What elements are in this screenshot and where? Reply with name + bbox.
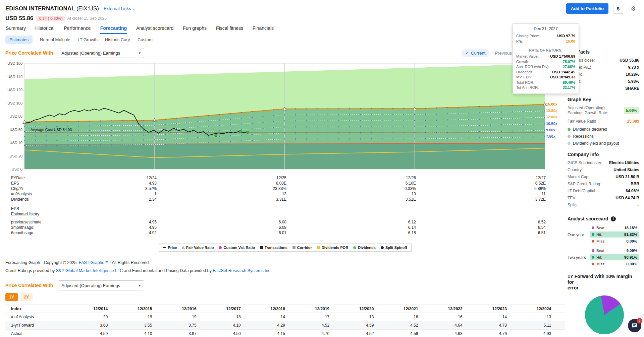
settings-gear-icon[interactable]: ⚙ [628, 4, 639, 14]
cell-value: 20 [63, 315, 108, 319]
cell-value: 4.52 [329, 331, 374, 336]
subtab-lt-growth[interactable]: LT Growth [77, 36, 97, 44]
cell-value: 3.72E [416, 197, 546, 202]
estimate-row-eps: EPS4.936.08E6.10E6.52E [5, 181, 565, 186]
cell-value: 3.57% [61, 186, 157, 191]
analyst-scorecard-section: Analyst scorecardi One yearBeat:18.18%Hi… [568, 216, 639, 268]
cell-value: 6.08 [157, 225, 286, 230]
currency-button[interactable]: $ [613, 4, 623, 14]
fact-value: BBB [631, 182, 639, 186]
tab-fun-graphs[interactable]: Fun graphs [182, 24, 207, 34]
chart-tooltip: Dec 31, 2027 Closing Price:USD 97.79P/E:… [513, 23, 579, 94]
current-price: USD 55.86 [5, 15, 33, 22]
tab-financials[interactable]: Financials [252, 24, 274, 34]
cell-value: 6.01 [157, 230, 286, 235]
earnings-metric-dropdown-2[interactable]: Adjusted (Operating) Earnings▾ [58, 280, 144, 290]
cell-value: 2.34 [61, 197, 157, 202]
tooltip-row-dividends: Dividends:USD 1'442.45 [516, 70, 575, 75]
dividends-declared-dot-icon [568, 128, 571, 131]
chat-icon [631, 322, 638, 329]
tab-performance[interactable]: Performance [63, 24, 91, 34]
cell-value: 14 [241, 315, 285, 319]
previous-toggle[interactable]: Previous [492, 49, 515, 57]
miss-dot-icon [592, 263, 594, 265]
cell-value: 4.52 [285, 323, 329, 328]
one-year-toggle[interactable]: 1Y [5, 293, 18, 301]
year-header: 12/2019 [285, 307, 329, 311]
company-info-row: Country:United States [568, 167, 639, 172]
two-year-toggle[interactable]: 2Y [20, 293, 33, 301]
cell-value: 6.08E [157, 181, 286, 186]
forecasting-chart[interactable]: 15.00x13.50x12.00x10.50x9.00x7.50xUSD 16… [5, 59, 565, 173]
year-header: 12/2017 [197, 307, 241, 311]
svg-text:USD 120: USD 120 [7, 88, 22, 92]
cell-value: 17 [285, 315, 329, 319]
subtab-normal-multiple[interactable]: Normal Multiple [40, 36, 70, 44]
dividends-por-icon [317, 246, 320, 249]
subtab-historic-cagr[interactable]: Historic Cagr [105, 36, 130, 44]
splits-link[interactable]: Splits: ⌄ [568, 203, 639, 207]
history-row-6monthsago: 6monthsago:4.926.016.186.51 [5, 230, 565, 235]
group-label: One year [568, 232, 590, 237]
graph-key-dividends-declared: Dividends declared [568, 127, 639, 132]
current-toggle[interactable]: ✓Current [462, 49, 489, 57]
tab-historical[interactable]: Historical [35, 24, 55, 34]
tab-summary[interactable]: Summary [5, 24, 26, 34]
price-icon [163, 247, 166, 248]
chat-button[interactable]: 2 [628, 319, 641, 332]
year-header: 12/2022 [418, 307, 463, 311]
info-icon[interactable]: i [611, 216, 616, 221]
tooltip-row-total-ror: Total ROR:89.49% [516, 80, 575, 85]
factset-link[interactable]: FactSet Research Systems Inc [213, 268, 270, 273]
year-header: 12/2014 [63, 307, 108, 311]
tab-forecasting[interactable]: Forecasting [100, 24, 127, 34]
copyright-line: Forecasting Graph - Copyright © 2025, FA… [5, 260, 565, 265]
chevron-down-icon: ▾ [139, 283, 141, 288]
chevron-down-icon: ▾ [139, 51, 141, 55]
legend-dividends-por: Dividends POR [317, 246, 348, 250]
cell-value: 4.10 [108, 331, 152, 336]
tooltip-row-ann-ror-w-o-div: Ann. ROR (w/o Div):27.68% [516, 64, 575, 70]
row-label: Chg/Yr [11, 186, 61, 191]
tooltip-row-mv-div: MV + Div:USD 18'949.33 [516, 75, 575, 80]
analyst-scorecard-title: Analyst scorecardi [568, 216, 639, 221]
cell-value: 4.29 [241, 323, 285, 328]
fact-value: USD 21.50 B [615, 175, 639, 179]
main-column: Price Correlated With Adjusted (Operatin… [0, 44, 565, 337]
subtab-estimates[interactable]: Estimates [5, 36, 33, 44]
subtab-custom[interactable]: Custom [138, 36, 153, 44]
cell-value: 6.51 [416, 230, 546, 235]
cell-value: 4.10 [197, 323, 241, 328]
row-label: #ofAnalysts [11, 191, 61, 197]
company-info-title: Company info [568, 152, 639, 157]
fact-label: Market Cap: [568, 175, 589, 179]
tab-fiscal-fitness[interactable]: Fiscal fitness [216, 24, 244, 34]
svg-text:15.00x: 15.00x [546, 102, 558, 106]
legend-transactions: Transactions [260, 246, 287, 250]
row-label: EPS [11, 181, 61, 186]
custom-val-ratio-icon [219, 246, 222, 249]
tab-analyst-scorecard[interactable]: Analyst scorecard [136, 24, 174, 34]
row-label: previousestimate: [11, 219, 61, 225]
fastgraphs-link[interactable]: FAST Graphs™ [79, 260, 108, 265]
add-to-portfolio-button[interactable]: Add to Portfolio [566, 3, 608, 14]
external-links[interactable]: External Links⌄ [104, 6, 136, 11]
forward-pie-title: 1Y Forward With 10% margin forerror [568, 274, 639, 291]
cell-value: 6.89% [416, 186, 546, 191]
cell-value: 4.78 [463, 323, 507, 328]
chart-legend: Price△Fair Value RatioCustom Val. RatioT… [159, 244, 411, 252]
earnings-metric-dropdown[interactable]: Adjusted (Operating) Earnings▾ [58, 48, 144, 58]
estimate-row-dividends: Dividends2.343.31E3.51E3.72E [5, 197, 565, 202]
cell-value: 6.54 [416, 225, 546, 230]
cell-value: 6.14 [286, 225, 416, 230]
year-header: 12/2016 [152, 307, 196, 311]
cell-value: 4.59 [63, 331, 108, 336]
svg-text:13.50x: 13.50x [546, 109, 558, 113]
cell-value: 13 [507, 315, 551, 319]
miss-dot-icon [592, 240, 594, 243]
sp-global-link[interactable]: S&P Global Market Intelligence LLC [56, 268, 123, 273]
eps-estimate-history-header: EPSEstimateHistory [5, 206, 565, 217]
legend-dividends: Dividends [353, 246, 376, 250]
transactions-icon [260, 246, 263, 249]
cell-value: 4.64 [418, 323, 463, 328]
